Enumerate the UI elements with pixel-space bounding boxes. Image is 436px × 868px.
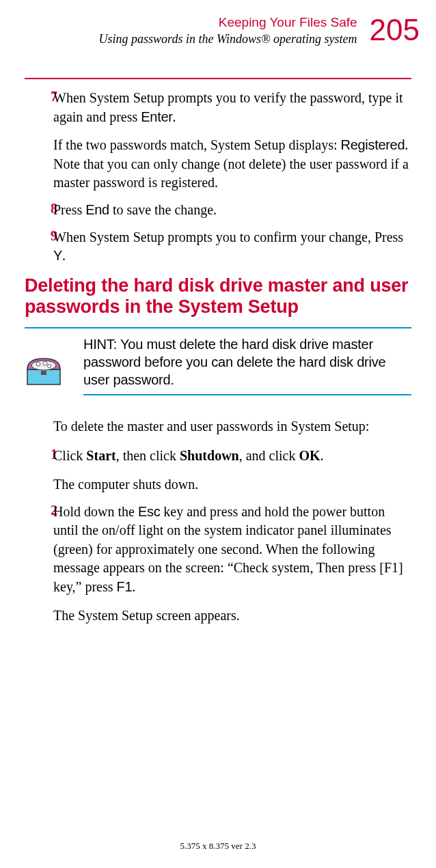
section-heading: Deleting the hard disk drive master and … — [25, 275, 411, 318]
step-body: Click Start, then click Shutdown, and cl… — [53, 447, 411, 494]
step-1: 1 Click Start, then click Shutdown, and … — [25, 447, 411, 494]
key-enter: Enter — [141, 109, 172, 124]
svg-rect-5 — [41, 371, 46, 375]
step-body: When System Setup prompts you to verify … — [53, 89, 411, 193]
key-y: Y — [53, 248, 62, 263]
step-body: Press End to save the change. — [53, 201, 411, 220]
text: Hold down the — [53, 504, 138, 519]
step-number: 8 — [25, 201, 52, 220]
divider-cyan-bottom — [83, 394, 411, 395]
bold-shutdown: Shutdown — [180, 448, 239, 463]
bold-ok: OK — [299, 448, 320, 463]
page-footer: 5.375 x 8.375 ver 2.3 — [0, 841, 436, 852]
text: , and click — [239, 448, 299, 463]
bold-start: Start — [86, 448, 115, 463]
hint-text: HINT: You must delete the hard disk driv… — [83, 335, 411, 389]
key-f1: F1 — [117, 579, 133, 594]
text: If the two passwords match, System Setup… — [53, 137, 341, 152]
text: Press — [53, 202, 85, 217]
step-number: 2 — [25, 503, 52, 626]
chapter-title: Keeping Your Files Safe — [99, 15, 357, 30]
step-9: 9 When System Setup prompts you to confi… — [25, 228, 411, 266]
intro-text: To delete the master and user passwords … — [53, 417, 411, 436]
text: When System Setup prompts you to confirm… — [53, 229, 403, 244]
text: . — [173, 109, 176, 124]
page-number: 205 — [370, 15, 420, 45]
step-2: 2 Hold down the Esc key and press and ho… — [25, 503, 411, 626]
step-number: 9 — [25, 228, 52, 266]
step-number: 7 — [25, 89, 52, 193]
svg-point-2 — [36, 362, 40, 366]
step-8: 8 Press End to save the change. — [25, 201, 411, 220]
divider-red — [25, 78, 411, 79]
text: The computer shuts down. — [53, 475, 411, 494]
treasure-chest-icon — [25, 350, 63, 389]
text: . — [132, 579, 135, 594]
text: . — [62, 248, 66, 263]
chapter-subtitle: Using passwords in the Windows® operatin… — [99, 32, 357, 46]
text: . — [321, 448, 324, 463]
page-header: Keeping Your Files Safe Using passwords … — [0, 0, 436, 52]
text: Click — [53, 448, 86, 463]
label-registered: Registered — [341, 137, 405, 152]
page-content: 7 When System Setup prompts you to verif… — [0, 52, 436, 625]
header-text: Keeping Your Files Safe Using passwords … — [99, 15, 357, 46]
step-body: When System Setup prompts you to confirm… — [53, 228, 411, 266]
key-esc: Esc — [138, 504, 160, 519]
step-number: 1 — [25, 447, 52, 494]
text: The System Setup screen appears. — [53, 606, 411, 626]
header-row: Keeping Your Files Safe Using passwords … — [0, 15, 420, 46]
hint-block: HINT: You must delete the hard disk driv… — [25, 328, 411, 389]
step-7: 7 When System Setup prompts you to verif… — [25, 89, 411, 193]
text: to save the change. — [109, 202, 217, 217]
text: When System Setup prompts you to verify … — [53, 90, 403, 124]
svg-point-3 — [43, 361, 47, 365]
svg-point-4 — [48, 364, 51, 367]
key-end: End — [85, 202, 109, 217]
step-body: Hold down the Esc key and press and hold… — [53, 503, 411, 626]
text: , then click — [116, 448, 180, 463]
